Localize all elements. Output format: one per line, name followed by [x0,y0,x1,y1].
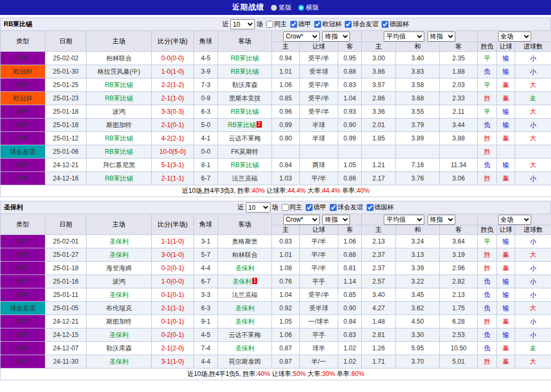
eu-away-odds: 3.44 [440,119,478,132]
filter-checkbox[interactable] [266,21,273,28]
odds-company-select[interactable]: Crow* [283,32,320,42]
goals-result: 小 [515,328,551,342]
corner-score: 0-0 [194,145,218,159]
eu-draw-odds: 3.30 [396,328,440,342]
page-title: 近期战绩 [232,3,265,12]
layout-option-horizontal[interactable]: 横版 [298,3,319,12]
goals-result: 大 [515,302,551,315]
col-ah-line: 让球 [300,225,338,235]
ah-home-odds: 1.06 [272,328,300,342]
col-ah-away: 客 [338,225,362,235]
odds-company-select[interactable]: Crow* [283,215,320,225]
handicap-result [497,145,515,159]
filter-checkbox[interactable] [330,204,337,211]
filter-option[interactable]: 同主 [282,203,302,212]
col-eu-draw: 和 [396,42,440,52]
filter-option[interactable]: 球会友谊 [330,203,363,212]
average-select[interactable]: 平均值 [384,215,424,225]
match-score: 0-1(0-1) [152,288,194,302]
match-row: 德甲25-02-02柏林联合0-0(0-0)4-5RB莱比锡0.94受平/半0.… [1,52,551,65]
ah-home-odds [272,145,300,159]
corner-score: 6-7 [194,172,218,185]
filter-option[interactable]: 同主 [266,20,287,29]
match-date: 25-01-11 [45,288,87,302]
home-team: 圣保利 [87,248,152,262]
ah-handicap: 受平/半 [300,92,338,105]
match-score: 1-0(1-0) [152,65,194,79]
corner-score: 5-7 [194,248,218,262]
handicap-result: 赢 [497,262,515,275]
filter-checkbox[interactable] [282,204,289,211]
col-eu-away: 客 [440,42,478,52]
fulltime-select[interactable]: 全场 [498,215,531,225]
match-count-select[interactable]: 10 [230,19,255,29]
match-score: 0-1(0-1) [152,315,194,328]
filter-checkbox[interactable] [382,21,389,28]
match-count-select[interactable]: 10 [246,202,270,213]
filter-option-label: 欧冠杯 [322,20,342,29]
layout-option-vertical[interactable]: 竖版 [271,3,292,12]
eu-away-odds: 2.11 [440,105,478,119]
corner-score: 7-3 [194,79,218,92]
summary-stat-label: 大率: [306,370,322,378]
ah-away-odds: 0.83 [338,328,362,342]
away-team: FK莫斯特 [218,145,272,159]
ah-final-select[interactable]: 终指 [322,215,350,225]
ah-handicap: 受平/半 [300,288,338,302]
col-result: 胜负 [478,42,497,52]
summary-stat-label: 胜率: [241,370,258,378]
eu-final-select[interactable]: 终指 [428,215,455,225]
filter-option[interactable]: 德国杯 [367,203,394,212]
col-ah-home: 主 [272,42,300,52]
filter-option[interactable]: 德甲 [306,203,327,212]
filter-checkbox[interactable] [367,204,374,211]
filter-checkbox[interactable] [314,21,321,28]
eu-home-odds: 3.00 [362,52,396,65]
eu-home-odds: 2.57 [362,275,396,288]
away-team: 云达不莱梅 [218,328,272,342]
eu-home-odds: 3.36 [362,105,396,119]
handicap-result: 输 [497,288,515,302]
eu-final-select[interactable]: 终指 [428,32,455,42]
ah-home-odds: 1.01 [272,248,300,262]
eu-odds-header: 平均值 终指 [362,214,478,225]
radio-unselected-icon[interactable] [271,5,277,11]
filter-checkbox[interactable] [290,21,297,28]
match-result: 负 [478,342,497,355]
filter-option-label: 同主 [274,20,287,29]
col-away: 客场 [218,31,272,52]
ah-home-odds: 1.03 [272,172,300,185]
ah-away-odds: 0.99 [338,132,362,145]
league-badge: 德甲 [1,119,45,132]
col-eu-away: 客 [440,225,478,235]
ah-away-odds: 0.81 [338,262,362,275]
eu-away-odds: 2.35 [440,52,478,65]
filter-option[interactable]: 球会友谊 [345,20,378,29]
ah-final-select[interactable]: 终指 [322,32,350,42]
filter-option[interactable]: 德甲 [290,20,311,29]
ah-home-odds: 0.96 [272,105,300,119]
match-score: 4-2(2-1) [152,132,194,145]
filter-checkbox[interactable] [345,21,352,28]
radio-selected-icon[interactable] [298,5,304,11]
home-team: 斯图加特 [87,315,152,328]
filter-option[interactable]: 德国杯 [382,20,409,29]
average-select[interactable]: 平均值 [384,32,424,42]
col-date: 日期 [45,214,87,235]
away-team: RB莱比锡2 [218,119,272,132]
radio-label-horizontal[interactable]: 横版 [306,3,319,12]
eu-home-odds: 1.48 [362,315,396,328]
corner-score: 6-7 [194,275,218,288]
filter-checkbox[interactable] [306,204,313,211]
fulltime-select[interactable]: 全场 [498,32,531,42]
match-score: 3-3(0-3) [152,105,194,119]
ah-handicap: 一/球半 [300,315,338,328]
filter-option[interactable]: 欧冠杯 [314,20,342,29]
col-score: 比分(半场) [152,214,194,235]
result-header: 全场 [478,214,551,225]
eu-odds-header: 平均值 终指 [362,31,478,42]
col-home: 主场 [87,214,152,235]
eu-draw-odds: 3.62 [396,302,440,315]
radio-label-vertical[interactable]: 竖版 [279,3,292,12]
col-ah-line: 让球 [300,42,338,52]
